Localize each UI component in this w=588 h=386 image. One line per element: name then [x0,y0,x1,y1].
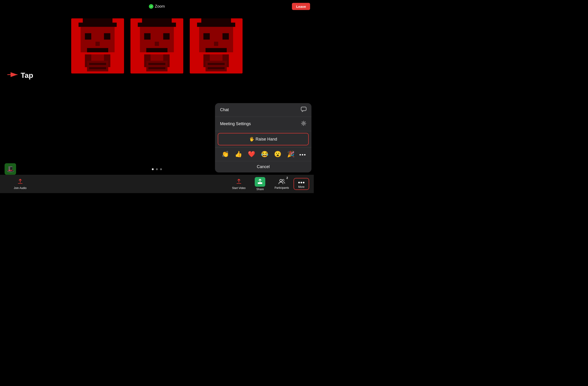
settings-icon [301,121,306,127]
svg-point-46 [303,182,305,183]
avatar-emoji: 🎩 [6,165,15,173]
svg-rect-29 [214,42,218,46]
svg-rect-38 [18,183,22,184]
more-label: More [298,185,304,188]
emoji-reaction-row: 👏 👍 ❤️ 😂 😮 🎉 [215,147,312,161]
svg-rect-47 [301,107,306,111]
svg-rect-32 [210,54,222,61]
leave-button[interactable]: Leave [292,3,310,10]
zoom-title: ✓ Zoom [149,4,165,9]
svg-rect-30 [206,48,227,52]
svg-rect-3 [85,33,91,40]
svg-rect-22 [148,63,165,65]
laugh-emoji[interactable]: 😂 [260,150,269,159]
svg-rect-40 [258,182,262,183]
start-video-label: Start Video [232,186,246,190]
svg-rect-39 [237,183,241,184]
svg-point-49 [299,154,301,155]
svg-rect-1 [79,22,117,27]
svg-rect-33 [206,61,227,71]
participant-tile-3[interactable] [190,18,243,74]
join-audio-icon [17,178,23,185]
svg-rect-34 [208,63,225,65]
svg-rect-9 [87,61,108,71]
svg-rect-8 [91,54,104,61]
participants-count-badge: 2 [286,177,288,179]
pagination-dots [152,168,162,170]
clap-emoji[interactable]: 👏 [221,150,230,159]
party-emoji[interactable]: 🎉 [286,150,295,159]
svg-rect-15 [144,33,151,40]
meeting-settings-label: Meeting Settings [220,122,251,126]
svg-rect-16 [163,33,170,40]
shield-icon: ✓ [149,4,153,9]
svg-rect-13 [138,22,176,27]
svg-rect-20 [150,54,163,61]
more-icon [298,179,305,184]
more-menu-popup: Chat Meeting Settings 🖐 Raise Hand 👏 👍 ❤… [215,103,312,172]
svg-point-42 [280,179,282,182]
join-audio-button[interactable]: Join Audio [9,177,31,191]
bottom-toolbar: Join Audio Start Video Share [0,175,314,193]
svg-rect-18 [146,48,168,52]
top-bar: ✓ Zoom Leave [0,0,314,13]
svg-point-44 [298,182,300,183]
svg-rect-25 [197,22,235,27]
participants-button[interactable]: 2 Participants [270,177,294,191]
share-label: Share [256,188,264,191]
tap-annotation: Tap [7,71,33,80]
share-icon [257,178,263,185]
svg-rect-41 [258,183,262,184]
participants-label: Participants [274,186,289,189]
pagination-dot-1 [152,168,154,170]
svg-rect-27 [204,33,210,40]
join-audio-label: Join Audio [14,186,26,190]
svg-point-51 [304,154,305,155]
wow-emoji[interactable]: 😮 [273,150,282,159]
raise-hand-label: 🖐 Raise Hand [249,137,277,142]
svg-point-48 [303,123,305,124]
meeting-settings-menu-item[interactable]: Meeting Settings [215,117,312,131]
svg-rect-17 [155,42,159,46]
share-button[interactable]: Share [250,176,270,192]
cancel-button[interactable]: Cancel [215,161,312,172]
svg-rect-11 [89,67,106,69]
svg-rect-10 [89,63,106,65]
chat-menu-item[interactable]: Chat [215,103,312,117]
user-avatar: 🎩 [5,163,16,175]
svg-rect-6 [87,48,108,52]
svg-point-50 [302,154,303,155]
svg-rect-35 [208,67,225,69]
svg-rect-4 [104,33,110,40]
tap-arrow-icon [7,71,19,80]
thumbsup-emoji[interactable]: 👍 [234,150,243,159]
svg-rect-21 [146,61,168,71]
svg-point-43 [282,179,284,181]
svg-rect-28 [223,33,229,40]
tiles-area [0,18,314,74]
pagination-dot-3 [160,168,162,170]
svg-rect-23 [148,67,165,69]
svg-point-45 [301,182,302,183]
cancel-label: Cancel [257,164,270,169]
participant-tile-2[interactable] [130,18,183,74]
heart-emoji[interactable]: ❤️ [247,150,256,159]
participants-icon: 2 [278,178,285,185]
start-video-button[interactable]: Start Video [227,177,250,191]
zoom-title-text: Zoom [155,4,165,9]
more-emojis-button[interactable] [299,151,306,157]
svg-rect-5 [96,42,100,46]
tap-label-text: Tap [21,71,33,80]
participant-tile-1[interactable] [71,18,124,74]
pagination-dot-2 [156,168,158,170]
chat-icon [301,107,306,113]
more-button[interactable]: More [294,178,309,190]
raise-hand-menu-item[interactable]: 🖐 Raise Hand [218,133,309,145]
start-video-icon [236,178,242,185]
chat-label: Chat [220,107,229,112]
